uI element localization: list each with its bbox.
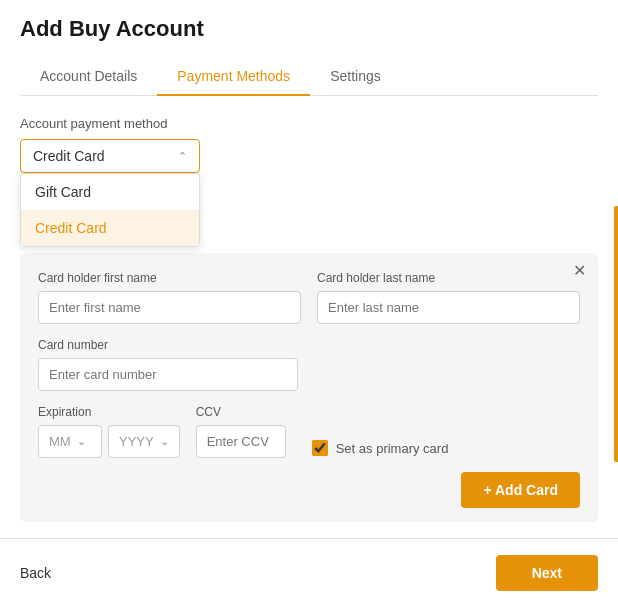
expiration-selects: MM ⌄ YYYY ⌄ <box>38 425 180 458</box>
tabs: Account Details Payment Methods Settings <box>20 58 598 96</box>
last-name-group: Card holder last name <box>317 271 580 324</box>
month-value: MM <box>49 434 71 449</box>
month-select[interactable]: MM ⌄ <box>38 425 102 458</box>
ccv-input[interactable] <box>196 425 286 458</box>
tab-account-details[interactable]: Account Details <box>20 58 157 96</box>
card-panel: ✕ Card holder first name Card holder las… <box>20 253 598 522</box>
dropdown-item-credit-card[interactable]: Credit Card <box>21 210 199 246</box>
chevron-up-icon: ⌃ <box>178 150 187 163</box>
ccv-label: CCV <box>196 405 286 419</box>
tab-settings[interactable]: Settings <box>310 58 401 96</box>
tab-payment-methods[interactable]: Payment Methods <box>157 58 310 96</box>
card-number-label: Card number <box>38 338 580 352</box>
right-scroll-bar <box>614 206 618 462</box>
close-button[interactable]: ✕ <box>573 263 586 279</box>
dropdown-button[interactable]: Credit Card ⌃ <box>20 139 200 173</box>
add-card-row: + Add Card <box>38 472 580 508</box>
primary-card-checkbox[interactable] <box>312 440 328 456</box>
dropdown-item-gift-card[interactable]: Gift Card <box>21 174 199 210</box>
next-button[interactable]: Next <box>496 555 598 591</box>
first-name-input[interactable] <box>38 291 301 324</box>
dropdown-selected-value: Credit Card <box>33 148 105 164</box>
ccv-group: CCV <box>196 405 286 458</box>
add-card-button[interactable]: + Add Card <box>461 472 580 508</box>
primary-card-label: Set as primary card <box>336 441 449 456</box>
payment-method-dropdown[interactable]: Credit Card ⌃ Gift Card Credit Card <box>20 139 200 173</box>
year-value: YYYY <box>119 434 154 449</box>
chevron-down-icon-year: ⌄ <box>160 435 169 448</box>
back-button[interactable]: Back <box>20 565 51 581</box>
first-name-label: Card holder first name <box>38 271 301 285</box>
footer: Back Next <box>0 538 618 600</box>
chevron-down-icon-month: ⌄ <box>77 435 86 448</box>
payment-method-label: Account payment method <box>20 116 598 131</box>
card-number-input[interactable] <box>38 358 298 391</box>
first-name-group: Card holder first name <box>38 271 301 324</box>
header: Add Buy Account Account Details Payment … <box>0 0 618 96</box>
year-select[interactable]: YYYY ⌄ <box>108 425 180 458</box>
last-name-label: Card holder last name <box>317 271 580 285</box>
expiration-label: Expiration <box>38 405 180 419</box>
name-row: Card holder first name Card holder last … <box>38 271 580 324</box>
expiration-group: Expiration MM ⌄ YYYY ⌄ <box>38 405 180 458</box>
card-number-group: Card number <box>38 338 580 391</box>
page-title: Add Buy Account <box>20 16 598 42</box>
last-name-input[interactable] <box>317 291 580 324</box>
primary-card-group: Set as primary card <box>312 440 449 458</box>
page-container: Add Buy Account Account Details Payment … <box>0 0 618 600</box>
main-content: Account payment method Credit Card ⌃ Gif… <box>0 96 618 522</box>
expiration-row: Expiration MM ⌄ YYYY ⌄ CCV <box>38 405 580 458</box>
dropdown-menu: Gift Card Credit Card <box>20 173 200 247</box>
